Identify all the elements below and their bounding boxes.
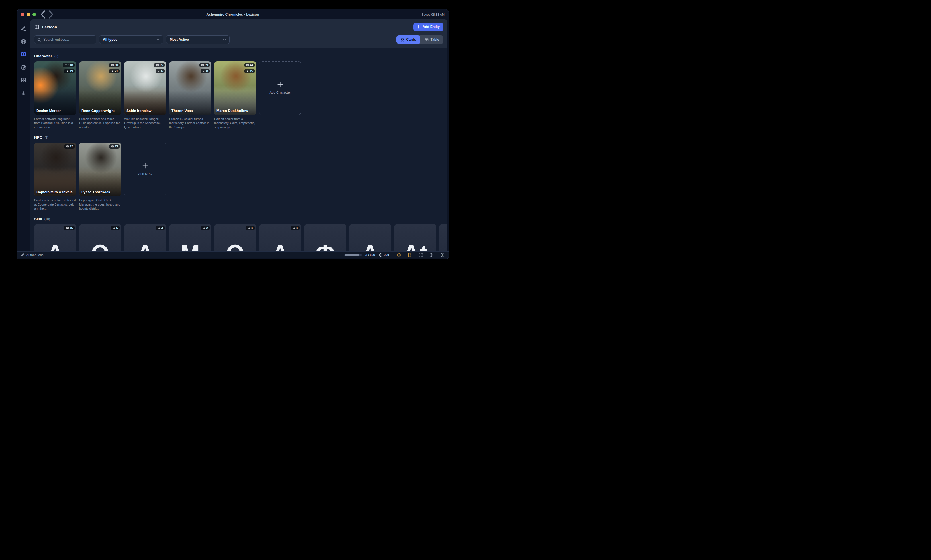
skill-glyph: Q (214, 240, 256, 251)
section-row-character: 11819Declan MercerFormer software engine… (34, 61, 443, 129)
author-lens-control[interactable]: Author Lens (21, 253, 43, 257)
sidebar-item-journal[interactable] (21, 65, 26, 70)
refs-badge: 17 (64, 144, 74, 149)
zoom-window-button[interactable] (32, 13, 36, 16)
entity-card-portrait[interactable]: 8021Renn Copperwright (79, 61, 121, 115)
view-cards-button[interactable]: Cards (397, 35, 420, 44)
entity-card-name: Sable Ironclaw (127, 109, 151, 113)
focus-count: 250 (384, 253, 389, 257)
refs-badge: 80 (109, 63, 119, 67)
help-button[interactable]: ? (440, 252, 445, 257)
refs-badge: 65 (154, 63, 165, 67)
close-window-button[interactable] (21, 13, 25, 16)
card-column: 656Sable IronclawWolf-kin beastfolk rang… (124, 61, 166, 129)
skill-card[interactable]: 1A (259, 224, 301, 251)
author-lens-label: Author Lens (26, 253, 43, 257)
bolts-count: 21 (115, 69, 118, 73)
skill-card[interactable]: 6Q (79, 224, 121, 251)
entity-card-portrait[interactable]: 13Lyssa Thornwick (79, 143, 121, 196)
skill-glyph: A (34, 240, 76, 251)
book-icon (246, 64, 249, 67)
plus-icon (278, 82, 283, 87)
section-header-character: Character(5) (34, 54, 443, 58)
svg-text:?: ? (442, 254, 443, 256)
page-title: Lexicon (42, 25, 57, 29)
section-row-npc: 17Captain Mira AshvaleBorderwatch captai… (34, 143, 443, 211)
entity-card-description: Wolf-kin beastfolk ranger. Grew up in th… (124, 117, 166, 129)
refs-count: 80 (115, 63, 118, 67)
skill-card[interactable]: A (349, 224, 391, 251)
pen-icon (21, 26, 26, 31)
brightness-toggle-button[interactable] (429, 252, 434, 257)
entity-card-portrait[interactable]: 11819Declan Mercer (34, 61, 76, 115)
bolts-badge: 15 (244, 69, 255, 73)
sidebar-item-boards[interactable] (21, 77, 26, 83)
skill-glyph: A (259, 240, 301, 251)
skill-card[interactable]: 16A (34, 224, 76, 251)
sort-filter-dropdown[interactable]: Most Active (166, 35, 230, 44)
bolts-badge: 6 (156, 69, 165, 73)
card-column: 6Q (79, 224, 121, 251)
file-icon (408, 253, 412, 257)
refs-count: 13 (115, 145, 118, 148)
skill-card[interactable]: 1Q (214, 224, 256, 251)
titlebar: Ashenmire Chronicles · Lexicon Saved 08:… (17, 9, 449, 20)
card-column: 4415Maren DuskhollowHalf-elf healer from… (214, 61, 256, 129)
refs-count: 44 (250, 63, 253, 67)
bolts-badge: 21 (109, 69, 119, 73)
book-icon (111, 64, 114, 67)
add-character-tile[interactable]: Add Character (259, 61, 301, 115)
sidebar-item-world[interactable] (21, 38, 26, 45)
view-table-button[interactable]: Table (420, 35, 443, 44)
refs-count: 1 (251, 226, 253, 229)
entity-card-portrait[interactable]: 598Theron Voss (169, 61, 211, 115)
add-entity-button[interactable]: Add Entity (413, 23, 443, 31)
sidebar-item-stats[interactable] (21, 90, 26, 96)
add-tile-label: Add NPC (139, 172, 152, 175)
grid-icon (21, 77, 26, 83)
view-toggle: Cards Table (397, 35, 443, 44)
refs-count: 6 (116, 226, 118, 229)
sidebar (17, 20, 30, 251)
type-filter-dropdown[interactable]: All types (99, 35, 163, 44)
refs-count: 118 (68, 63, 73, 67)
bolts-count: 15 (250, 69, 253, 73)
skill-card[interactable]: At (394, 224, 436, 251)
refs-count: 17 (69, 145, 73, 148)
sidebar-item-lexicon[interactable] (21, 52, 26, 57)
entity-card-portrait[interactable]: 656Sable Ironclaw (124, 61, 166, 115)
skill-glyph: M (169, 240, 211, 251)
lexicon-book-icon (34, 24, 40, 30)
nav-back-button[interactable] (40, 11, 46, 18)
add-npc-tile[interactable]: Add NPC (124, 143, 166, 196)
focus-mode-button[interactable] (418, 252, 423, 257)
lightning-icon (157, 70, 160, 73)
sidebar-item-writing[interactable] (21, 26, 26, 31)
chevron-left-icon (40, 10, 46, 19)
entity-card-portrait[interactable]: 17Captain Mira Ashvale (34, 143, 76, 196)
bullseye-icon (379, 253, 382, 257)
nav-forward-button[interactable] (48, 11, 54, 18)
desktop-background: Ashenmire Chronicles · Lexicon Saved 08:… (0, 0, 465, 280)
chevron-right-icon (48, 10, 54, 19)
book-icon (202, 226, 205, 229)
card-column (439, 224, 448, 251)
entity-card-portrait[interactable]: 4415Maren Duskhollow (214, 61, 256, 115)
table-icon (425, 38, 429, 42)
entity-card-description: Coppergate Guild Clerk. Manages the ques… (79, 198, 121, 211)
skill-card[interactable]: 3A (124, 224, 166, 251)
skill-card[interactable] (439, 224, 448, 251)
skill-card[interactable]: 2M (169, 224, 211, 251)
theme-palette-button[interactable] (397, 252, 401, 257)
entity-card-description: Former software engineer from Portland, … (34, 117, 76, 129)
minimize-window-button[interactable] (27, 13, 30, 16)
panel-header: Lexicon Add Entity All type (30, 20, 448, 48)
refs-count: 2 (206, 226, 208, 229)
entity-card-description: Human ex-soldier turned mercenary. Forme… (169, 117, 211, 129)
refs-badge: 59 (199, 63, 210, 67)
draft-document-button[interactable] (407, 252, 412, 257)
search-input[interactable] (43, 37, 93, 42)
skill-glyph: Φ (304, 240, 346, 251)
refs-badge: 44 (244, 63, 255, 67)
skill-card[interactable]: Φ (304, 224, 346, 251)
